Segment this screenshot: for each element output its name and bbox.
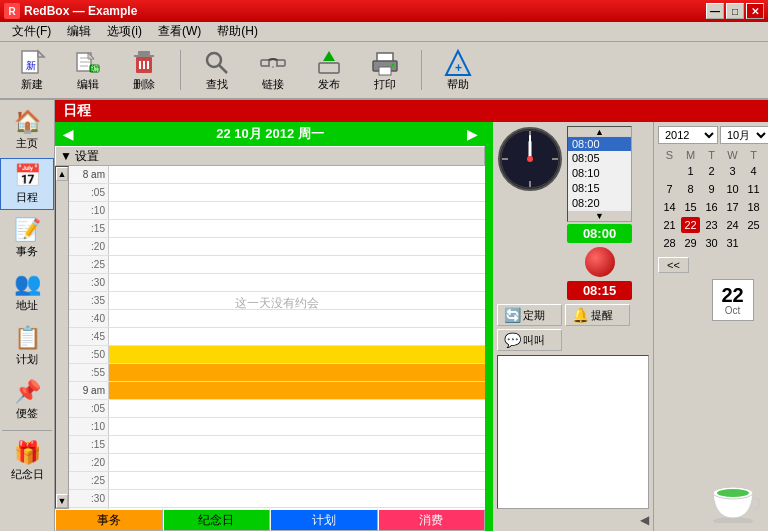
time-slot[interactable] (109, 346, 485, 363)
month-select[interactable]: 10月 (720, 126, 768, 144)
delete-button[interactable]: 删除 (120, 45, 168, 95)
action-buttons: 🔄 定期 🔔 提醒 💬 叫叫 (497, 304, 649, 351)
notes-scroll-arrow[interactable]: ◀ (497, 513, 649, 527)
help-button[interactable]: + 帮助 (434, 45, 482, 95)
menu-help[interactable]: 帮助(H) (209, 21, 266, 42)
menu-options[interactable]: 选项(i) (99, 21, 150, 42)
cal-day[interactable]: 21 (660, 217, 679, 233)
time-slot[interactable] (109, 328, 485, 345)
cal-day[interactable]: 16 (702, 199, 721, 215)
time-slot[interactable] (109, 256, 485, 273)
time-slot[interactable] (109, 382, 485, 399)
menu-view[interactable]: 查看(W) (150, 21, 209, 42)
time-slot[interactable] (109, 454, 485, 471)
cal-day[interactable]: 4 (744, 163, 763, 179)
time-label: :15 (69, 220, 109, 237)
time-slot[interactable] (109, 472, 485, 489)
scroll-down-btn[interactable]: ▼ (56, 494, 68, 508)
new-button[interactable]: 新 新建 (8, 45, 56, 95)
cal-day[interactable]: 3 (723, 163, 742, 179)
cal-day[interactable]: 25 (744, 217, 763, 233)
find-button[interactable]: 查找 (193, 45, 241, 95)
time-slot[interactable] (109, 490, 485, 507)
time-slot[interactable] (109, 400, 485, 417)
cal-day[interactable]: 24 (723, 217, 742, 233)
time-slot[interactable] (109, 436, 485, 453)
time-list-scroll-up[interactable]: ▲ (568, 127, 631, 137)
cal-day[interactable]: 1 (681, 163, 700, 179)
time-slot[interactable] (109, 310, 485, 327)
time-slot[interactable] (109, 418, 485, 435)
sidebar-item-home[interactable]: 🏠 主页 (0, 104, 54, 156)
menu-file[interactable]: 文件(F) (4, 21, 59, 42)
close-button[interactable]: ✕ (746, 3, 764, 19)
tab-expense[interactable]: 消费 (378, 509, 486, 531)
periodic-button[interactable]: 🔄 定期 (497, 304, 562, 326)
sidebar-item-plan[interactable]: 📋 计划 (0, 320, 54, 372)
time-slot[interactable] (109, 220, 485, 237)
no-appointment: 这一天没有约会 (235, 295, 319, 312)
sidebar-item-notes[interactable]: 📌 便签 (0, 374, 54, 426)
cal-day[interactable]: 11 (744, 181, 763, 197)
maximize-button[interactable]: □ (726, 3, 744, 19)
cal-day[interactable]: 15 (681, 199, 700, 215)
title-bar-text: RedBox — Example (24, 4, 706, 18)
time-slot[interactable] (109, 238, 485, 255)
cal-day-today[interactable]: 22 (681, 217, 700, 233)
cal-day[interactable]: 17 (723, 199, 742, 215)
sidebar-item-schedule[interactable]: 📅 日程 (0, 158, 54, 210)
reminder-button[interactable]: 🔔 提醒 (565, 304, 630, 326)
bottom-tabs: 事务 纪念日 计划 消费 (55, 509, 485, 531)
edit-button[interactable]: 编 编辑 (64, 45, 112, 95)
scroll-up-btn[interactable]: ▲ (56, 167, 68, 181)
time-slot[interactable] (109, 202, 485, 219)
cal-day[interactable]: 8 (681, 181, 700, 197)
cal-day[interactable]: 29 (681, 235, 700, 251)
time-slot[interactable] (109, 274, 485, 291)
cal-day[interactable]: 31 (723, 235, 742, 251)
sidebar-item-anniversary[interactable]: 🎁 纪念日 (0, 435, 54, 487)
toolbar-sep2 (421, 50, 422, 90)
time-list-item[interactable]: 08:10 (568, 166, 631, 181)
cal-day[interactable]: 10 (723, 181, 742, 197)
time-list-item[interactable]: 08:20 (568, 196, 631, 211)
cal-day[interactable] (660, 163, 679, 179)
sidebar-item-tasks[interactable]: 📝 事务 (0, 212, 54, 264)
publish-button[interactable]: 发布 (305, 45, 353, 95)
print-button[interactable]: 打印 (361, 45, 409, 95)
time-slot[interactable] (109, 508, 485, 509)
cal-prev-btn[interactable]: << (658, 257, 689, 273)
cal-day[interactable]: 2 (702, 163, 721, 179)
year-select[interactable]: 2012 (658, 126, 718, 144)
cal-day[interactable]: 7 (660, 181, 679, 197)
alarm-button[interactable]: 💬 叫叫 (497, 329, 562, 351)
tab-tasks[interactable]: 事务 (55, 509, 163, 531)
cal-day[interactable]: 28 (660, 235, 679, 251)
time-slot[interactable] (109, 364, 485, 381)
cal-day[interactable]: 18 (744, 199, 763, 215)
notes-area[interactable] (497, 355, 649, 509)
schedule-header: 日程 (55, 100, 768, 122)
minimize-button[interactable]: — (706, 3, 724, 19)
cal-day[interactable]: 9 (702, 181, 721, 197)
cal-day[interactable]: 14 (660, 199, 679, 215)
cal-day[interactable]: 23 (702, 217, 721, 233)
time-list-item[interactable]: 08:15 (568, 181, 631, 196)
cal-day[interactable]: 30 (702, 235, 721, 251)
menu-edit[interactable]: 编辑 (59, 21, 99, 42)
tab-anniversary[interactable]: 纪念日 (163, 509, 271, 531)
time-list-scroll-down[interactable]: ▼ (568, 211, 631, 221)
time-slot[interactable] (109, 184, 485, 201)
time-list-item[interactable]: 08:05 (568, 151, 631, 166)
time-slot[interactable] (109, 166, 485, 183)
sidebar-item-address[interactable]: 👥 地址 (0, 266, 54, 318)
timeline-scrollbar[interactable]: ▲ ▼ (55, 166, 69, 509)
time-list-item-selected[interactable]: 08:00 (568, 137, 631, 151)
cal-day[interactable] (744, 235, 763, 251)
time-rows-container: 8 am :05 :10 (69, 166, 485, 509)
date-nav-prev[interactable]: ◀ (63, 127, 73, 142)
time-label: :10 (69, 202, 109, 219)
link-button[interactable]: 链接 (249, 45, 297, 95)
date-nav-next[interactable]: ▶ (467, 127, 477, 142)
tab-plan[interactable]: 计划 (270, 509, 378, 531)
